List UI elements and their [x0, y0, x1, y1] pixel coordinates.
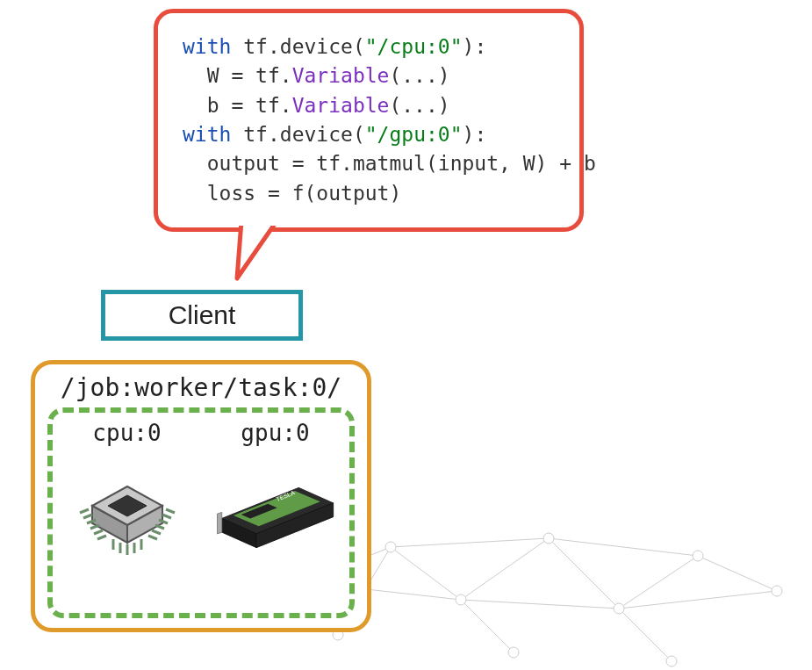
svg-line-34	[94, 530, 103, 534]
code-line-2: W = tf.Variable(...)	[183, 61, 555, 90]
cpu-chip-icon	[66, 453, 189, 576]
cpu-device: cpu:0	[57, 420, 198, 576]
svg-line-30	[80, 509, 89, 513]
svg-line-1	[391, 547, 461, 600]
svg-line-33	[90, 525, 99, 529]
svg-line-37	[162, 515, 171, 518]
svg-point-18	[614, 603, 624, 614]
svg-line-40	[152, 530, 161, 534]
svg-line-6	[391, 538, 549, 547]
svg-marker-24	[237, 221, 277, 278]
svg-point-17	[543, 533, 554, 544]
speech-bubble-tail-icon	[233, 221, 303, 283]
svg-line-10	[619, 591, 777, 609]
code-line-5: output = tf.matmul(input, W) + b	[183, 149, 555, 178]
svg-point-22	[508, 647, 519, 658]
client-label: Client	[169, 300, 236, 330]
cpu-label: cpu:0	[92, 420, 161, 446]
worker-title: /job:worker/task:0/	[47, 373, 355, 402]
svg-point-16	[456, 594, 466, 605]
code-line-1: with tf.device("/cpu:0"):	[183, 32, 555, 61]
svg-line-39	[155, 525, 164, 529]
svg-line-9	[549, 538, 698, 556]
svg-line-7	[461, 600, 619, 609]
code-block: with tf.device("/cpu:0"): W = tf.Variabl…	[154, 9, 584, 232]
svg-line-36	[166, 509, 175, 513]
code-line-6: loss = f(output)	[183, 179, 555, 208]
svg-line-13	[619, 609, 672, 661]
svg-point-15	[385, 542, 396, 552]
gpu-device: gpu:0 TESLA	[205, 420, 346, 576]
worker-task-box: /job:worker/task:0/ cpu:0	[31, 360, 371, 632]
gpu-card-icon: TESLA	[214, 453, 337, 576]
svg-point-20	[772, 586, 782, 596]
svg-line-3	[549, 538, 619, 609]
svg-rect-25	[239, 221, 279, 226]
svg-marker-52	[217, 512, 221, 534]
code-line-3: b = tf.Variable(...)	[183, 91, 555, 120]
gpu-label: gpu:0	[241, 420, 309, 446]
svg-line-41	[148, 536, 157, 539]
svg-line-31	[83, 515, 92, 518]
svg-line-35	[97, 536, 106, 539]
svg-point-23	[666, 656, 677, 666]
svg-line-2	[461, 538, 549, 600]
code-speech-bubble: with tf.device("/cpu:0"): W = tf.Variabl…	[154, 9, 584, 232]
code-line-4: with tf.device("/gpu:0"):	[183, 120, 555, 149]
client-box: Client	[101, 290, 303, 341]
svg-line-5	[698, 556, 777, 591]
svg-point-19	[693, 551, 703, 561]
devices-container: cpu:0	[47, 407, 355, 618]
svg-line-12	[461, 600, 514, 652]
